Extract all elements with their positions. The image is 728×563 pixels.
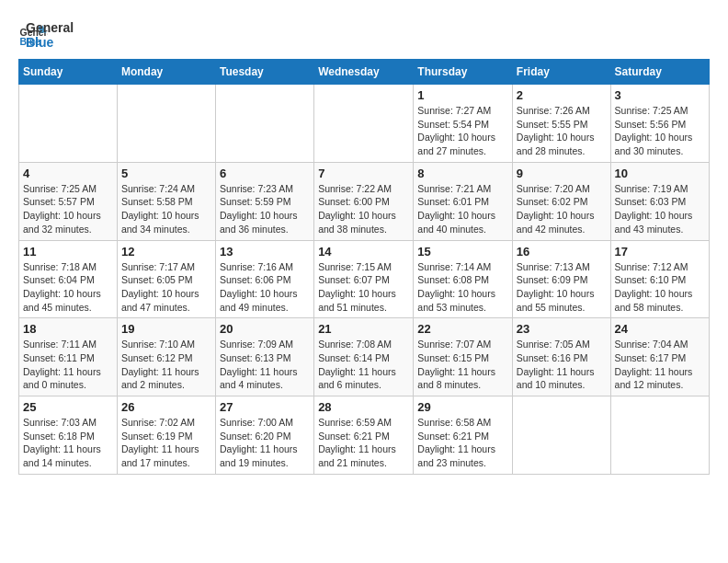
day-info: Sunrise: 7:25 AM Sunset: 5:56 PM Dayligh… xyxy=(615,104,705,158)
day-info: Sunrise: 7:20 AM Sunset: 6:02 PM Dayligh… xyxy=(517,182,607,236)
day-info: Sunrise: 7:09 AM Sunset: 6:13 PM Dayligh… xyxy=(220,338,310,392)
day-info: Sunrise: 7:16 AM Sunset: 6:06 PM Dayligh… xyxy=(220,260,310,315)
calendar-cell: 9Sunrise: 7:20 AM Sunset: 6:02 PM Daylig… xyxy=(512,162,610,240)
day-number: 11 xyxy=(23,245,113,259)
calendar-cell: 25Sunrise: 7:03 AM Sunset: 6:18 PM Dayli… xyxy=(19,396,118,475)
calendar-cell: 20Sunrise: 7:09 AM Sunset: 6:13 PM Dayli… xyxy=(215,318,313,396)
day-info: Sunrise: 7:11 AM Sunset: 6:11 PM Dayligh… xyxy=(23,338,113,392)
calendar-cell: 19Sunrise: 7:10 AM Sunset: 6:12 PM Dayli… xyxy=(117,318,215,396)
day-info: Sunrise: 6:58 AM Sunset: 6:21 PM Dayligh… xyxy=(417,416,508,470)
week-row-3: 11Sunrise: 7:18 AM Sunset: 6:04 PM Dayli… xyxy=(19,240,710,318)
calendar-cell: 2Sunrise: 7:26 AM Sunset: 5:55 PM Daylig… xyxy=(512,85,610,163)
day-number: 19 xyxy=(121,322,211,336)
logo: General Blue General Blue xyxy=(18,18,74,50)
day-info: Sunrise: 7:25 AM Sunset: 5:57 PM Dayligh… xyxy=(23,182,113,236)
day-info: Sunrise: 7:22 AM Sunset: 6:00 PM Dayligh… xyxy=(318,182,409,236)
calendar-cell: 12Sunrise: 7:17 AM Sunset: 6:05 PM Dayli… xyxy=(117,240,215,318)
calendar-cell: 22Sunrise: 7:07 AM Sunset: 6:15 PM Dayli… xyxy=(414,318,513,396)
day-number: 6 xyxy=(220,167,310,180)
day-number: 25 xyxy=(23,400,113,414)
day-number: 20 xyxy=(220,322,310,336)
calendar-cell: 7Sunrise: 7:22 AM Sunset: 6:00 PM Daylig… xyxy=(314,162,414,240)
calendar-cell: 28Sunrise: 6:59 AM Sunset: 6:21 PM Dayli… xyxy=(314,396,414,475)
col-header-saturday: Saturday xyxy=(610,60,709,85)
day-info: Sunrise: 7:26 AM Sunset: 5:55 PM Dayligh… xyxy=(517,104,607,158)
day-number: 23 xyxy=(517,322,607,336)
day-info: Sunrise: 7:23 AM Sunset: 5:59 PM Dayligh… xyxy=(220,182,310,236)
col-header-sunday: Sunday xyxy=(19,60,118,85)
day-info: Sunrise: 7:10 AM Sunset: 6:12 PM Dayligh… xyxy=(121,338,211,392)
day-number: 24 xyxy=(615,322,705,336)
calendar-cell xyxy=(215,85,313,163)
day-number: 28 xyxy=(318,400,409,414)
calendar-cell xyxy=(19,85,118,163)
calendar-cell: 5Sunrise: 7:24 AM Sunset: 5:58 PM Daylig… xyxy=(117,162,215,240)
calendar-cell: 23Sunrise: 7:05 AM Sunset: 6:16 PM Dayli… xyxy=(512,318,610,396)
day-number: 27 xyxy=(220,400,310,414)
day-info: Sunrise: 7:17 AM Sunset: 6:05 PM Dayligh… xyxy=(121,260,211,315)
day-info: Sunrise: 7:24 AM Sunset: 5:58 PM Dayligh… xyxy=(121,182,211,236)
calendar-cell: 11Sunrise: 7:18 AM Sunset: 6:04 PM Dayli… xyxy=(19,240,118,318)
calendar-cell: 17Sunrise: 7:12 AM Sunset: 6:10 PM Dayli… xyxy=(610,240,709,318)
calendar-cell: 10Sunrise: 7:19 AM Sunset: 6:03 PM Dayli… xyxy=(610,162,709,240)
week-row-1: 1Sunrise: 7:27 AM Sunset: 5:54 PM Daylig… xyxy=(19,85,710,163)
calendar-cell xyxy=(610,396,709,475)
day-number: 7 xyxy=(318,167,409,180)
week-row-4: 18Sunrise: 7:11 AM Sunset: 6:11 PM Dayli… xyxy=(19,318,710,396)
logo-line2: Blue xyxy=(26,35,74,50)
calendar-cell: 21Sunrise: 7:08 AM Sunset: 6:14 PM Dayli… xyxy=(314,318,414,396)
day-info: Sunrise: 7:04 AM Sunset: 6:17 PM Dayligh… xyxy=(615,338,705,392)
day-info: Sunrise: 7:02 AM Sunset: 6:19 PM Dayligh… xyxy=(121,416,211,470)
calendar-cell xyxy=(117,85,215,163)
col-header-wednesday: Wednesday xyxy=(314,60,414,85)
day-number: 14 xyxy=(318,245,409,259)
col-header-tuesday: Tuesday xyxy=(215,60,313,85)
day-info: Sunrise: 7:15 AM Sunset: 6:07 PM Dayligh… xyxy=(318,260,409,315)
logo-line1: General xyxy=(26,20,74,35)
calendar-cell: 15Sunrise: 7:14 AM Sunset: 6:08 PM Dayli… xyxy=(414,240,513,318)
calendar-cell: 6Sunrise: 7:23 AM Sunset: 5:59 PM Daylig… xyxy=(215,162,313,240)
day-number: 10 xyxy=(615,167,705,180)
day-number: 29 xyxy=(417,400,508,414)
week-row-2: 4Sunrise: 7:25 AM Sunset: 5:57 PM Daylig… xyxy=(19,162,710,240)
week-row-5: 25Sunrise: 7:03 AM Sunset: 6:18 PM Dayli… xyxy=(19,396,710,475)
day-info: Sunrise: 7:19 AM Sunset: 6:03 PM Dayligh… xyxy=(615,182,705,236)
day-info: Sunrise: 7:21 AM Sunset: 6:01 PM Dayligh… xyxy=(417,182,508,236)
day-number: 2 xyxy=(517,88,607,102)
day-number: 12 xyxy=(121,245,211,259)
day-info: Sunrise: 7:12 AM Sunset: 6:10 PM Dayligh… xyxy=(615,260,705,315)
day-info: Sunrise: 7:14 AM Sunset: 6:08 PM Dayligh… xyxy=(417,260,508,315)
calendar-cell: 18Sunrise: 7:11 AM Sunset: 6:11 PM Dayli… xyxy=(19,318,118,396)
col-header-monday: Monday xyxy=(117,60,215,85)
calendar-cell: 27Sunrise: 7:00 AM Sunset: 6:20 PM Dayli… xyxy=(215,396,313,475)
day-info: Sunrise: 7:18 AM Sunset: 6:04 PM Dayligh… xyxy=(23,260,113,315)
day-number: 22 xyxy=(417,322,508,336)
day-number: 13 xyxy=(220,245,310,259)
col-header-thursday: Thursday xyxy=(414,60,513,85)
header: General Blue General Blue xyxy=(18,18,710,50)
day-number: 16 xyxy=(517,245,607,259)
calendar-cell: 14Sunrise: 7:15 AM Sunset: 6:07 PM Dayli… xyxy=(314,240,414,318)
day-info: Sunrise: 7:13 AM Sunset: 6:09 PM Dayligh… xyxy=(517,260,607,315)
calendar-cell: 26Sunrise: 7:02 AM Sunset: 6:19 PM Dayli… xyxy=(117,396,215,475)
day-number: 5 xyxy=(121,167,211,180)
day-info: Sunrise: 7:05 AM Sunset: 6:16 PM Dayligh… xyxy=(517,338,607,392)
calendar-cell xyxy=(314,85,414,163)
day-number: 8 xyxy=(417,167,508,180)
col-header-friday: Friday xyxy=(512,60,610,85)
calendar-cell: 29Sunrise: 6:58 AM Sunset: 6:21 PM Dayli… xyxy=(414,396,513,475)
day-number: 15 xyxy=(417,245,508,259)
day-info: Sunrise: 7:00 AM Sunset: 6:20 PM Dayligh… xyxy=(220,416,310,470)
day-number: 4 xyxy=(23,167,113,180)
day-info: Sunrise: 7:03 AM Sunset: 6:18 PM Dayligh… xyxy=(23,416,113,470)
calendar-cell: 4Sunrise: 7:25 AM Sunset: 5:57 PM Daylig… xyxy=(19,162,118,240)
calendar-cell: 16Sunrise: 7:13 AM Sunset: 6:09 PM Dayli… xyxy=(512,240,610,318)
day-number: 1 xyxy=(417,88,508,102)
day-number: 18 xyxy=(23,322,113,336)
calendar-cell: 3Sunrise: 7:25 AM Sunset: 5:56 PM Daylig… xyxy=(610,85,709,163)
calendar-cell xyxy=(512,396,610,475)
calendar-cell: 24Sunrise: 7:04 AM Sunset: 6:17 PM Dayli… xyxy=(610,318,709,396)
day-number: 26 xyxy=(121,400,211,414)
day-number: 9 xyxy=(517,167,607,180)
calendar-table: SundayMondayTuesdayWednesdayThursdayFrid… xyxy=(18,59,710,475)
